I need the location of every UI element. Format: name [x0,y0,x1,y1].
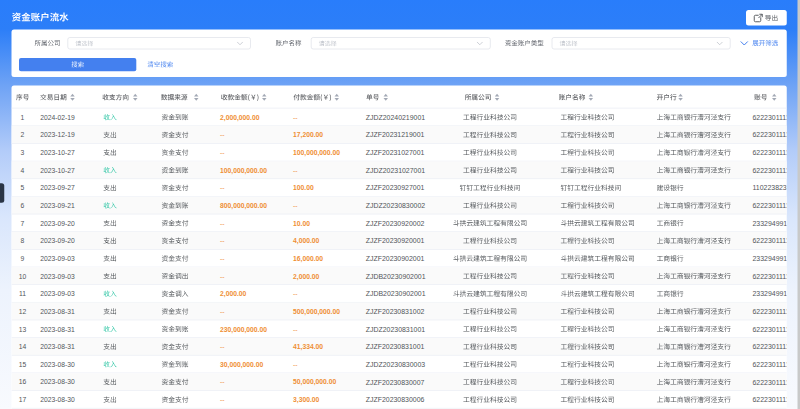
svg-text:4: 4 [21,167,25,174]
svg-text:2024-02-19: 2024-02-19 [40,114,75,121]
svg-text:16: 16 [19,378,27,385]
svg-text:--: -- [293,290,298,297]
svg-text:2023-09-20: 2023-09-20 [40,237,75,244]
svg-text:10: 10 [19,273,27,280]
svg-text:230,000,000.00: 230,000,000.00 [220,326,267,334]
svg-text:2: 2 [21,131,25,138]
svg-text:ZJDZ20231027001: ZJDZ20231027001 [366,167,426,174]
svg-text:ZJZF20230920002: ZJZF20230920002 [366,220,425,227]
svg-text:500,000,000.00: 500,000,000.00 [293,308,340,316]
svg-text:100.00: 100.00 [293,184,314,191]
svg-text:ZJZF20230831002: ZJZF20230831002 [366,308,425,315]
svg-text:2,000,000.00: 2,000,000.00 [220,114,260,122]
svg-text:2023-09-20: 2023-09-20 [40,220,75,227]
svg-text:16,000.00: 16,000.00 [293,255,323,263]
svg-text:--: -- [220,273,225,280]
svg-text:ZJZF20230830006: ZJZF20230830006 [366,396,425,403]
svg-text:2023-09-27: 2023-09-27 [40,184,75,191]
svg-text:4,000.00: 4,000.00 [293,237,320,245]
svg-text:--: -- [220,255,225,262]
svg-text:5: 5 [21,184,25,191]
svg-text:--: -- [220,396,225,403]
svg-text:2023-10-27: 2023-10-27 [40,167,75,174]
svg-text:2,000.00: 2,000.00 [293,273,320,281]
svg-text:17,200.00: 17,200.00 [293,131,323,139]
svg-text:2023-10-27: 2023-10-27 [40,149,75,156]
svg-text:--: -- [220,149,225,156]
svg-text:2023-09-21: 2023-09-21 [40,202,75,209]
svg-text:2,000.00: 2,000.00 [220,290,247,298]
svg-text:ZJDZ20230831001: ZJDZ20230831001 [366,326,426,333]
svg-text:ZJZF20230831001: ZJZF20230831001 [366,343,425,350]
svg-text:17: 17 [19,396,27,403]
svg-text:--: -- [220,220,225,227]
svg-text:8: 8 [21,237,25,244]
svg-text:--: -- [220,343,225,350]
svg-text:ZJZF20230920001: ZJZF20230920001 [366,237,425,244]
svg-text:2023-08-30: 2023-08-30 [40,396,75,403]
svg-text:6: 6 [21,202,25,209]
svg-text:11: 11 [19,290,26,297]
svg-text:ZJZF20231027001: ZJZF20231027001 [366,149,425,156]
svg-text:12: 12 [19,308,27,315]
svg-text:ZJDZ20230830003: ZJDZ20230830003 [366,361,426,368]
svg-text:--: -- [220,131,225,138]
svg-text:--: -- [220,237,225,244]
svg-text:2023-09-03: 2023-09-03 [40,273,75,280]
svg-text:3: 3 [21,149,25,156]
svg-text:--: -- [293,114,298,121]
svg-text:ZJDZ20230830002: ZJDZ20230830002 [366,202,426,209]
svg-text:--: -- [220,378,225,385]
svg-text:--: -- [293,167,298,174]
svg-text:ZJZF20231219001: ZJZF20231219001 [366,131,425,138]
svg-text:2023-09-03: 2023-09-03 [40,255,75,262]
svg-text:--: -- [293,326,298,333]
svg-text:1: 1 [21,114,25,121]
svg-text:30,000,000.00: 30,000,000.00 [220,361,263,369]
svg-text:41,334.00: 41,334.00 [293,343,323,351]
svg-text:7: 7 [21,220,25,227]
svg-text:--: -- [220,184,225,191]
svg-text:--: -- [220,308,225,315]
svg-text:ZJZF20230927001: ZJZF20230927001 [366,184,425,191]
svg-text:3,300.00: 3,300.00 [293,396,320,404]
svg-text:2023-12-19: 2023-12-19 [40,131,75,138]
svg-text:9: 9 [21,255,25,262]
svg-text:2023-08-31: 2023-08-31 [40,308,75,315]
svg-text:14: 14 [19,343,27,350]
svg-text:ZJZF20230830007: ZJZF20230830007 [366,379,425,386]
svg-text:2023-08-31: 2023-08-31 [40,343,75,350]
svg-text:2023-09-03: 2023-09-03 [40,290,75,297]
svg-text:ZJZF20230902001: ZJZF20230902001 [366,255,425,262]
svg-text:--: -- [293,361,298,368]
svg-text:ZJDZ20240219001: ZJDZ20240219001 [366,114,426,121]
svg-text:2023-08-31: 2023-08-31 [40,326,75,333]
svg-text:15: 15 [19,361,27,368]
svg-text:ZJDB20230902001: ZJDB20230902001 [366,290,426,297]
svg-text:50,000,000.00: 50,000,000.00 [293,378,336,386]
svg-text:--: -- [293,202,298,209]
svg-text:800,000,000.00: 800,000,000.00 [220,202,267,210]
svg-text:100,000,000.00: 100,000,000.00 [293,149,340,157]
svg-text:10.00: 10.00 [293,220,310,227]
svg-text:2023-08-30: 2023-08-30 [40,378,75,385]
svg-text:100,000,000.00: 100,000,000.00 [220,167,267,175]
svg-text:2023-08-30: 2023-08-30 [40,361,75,368]
svg-text:ZJDB20230902001: ZJDB20230902001 [366,273,426,280]
svg-text:13: 13 [19,326,27,333]
